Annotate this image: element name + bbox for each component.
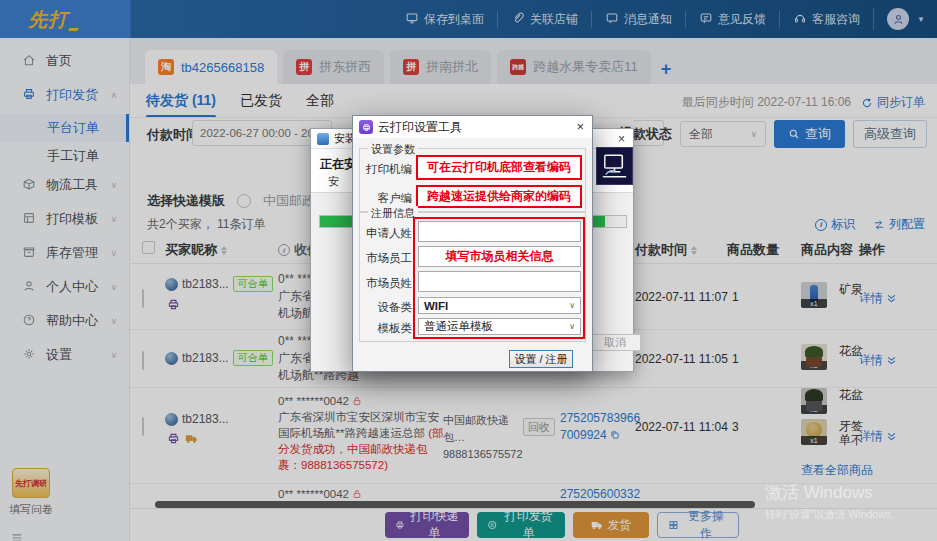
template-type-select[interactable]: 普通运单模板 ∨ bbox=[418, 318, 581, 335]
market-staff-input[interactable]: 填写市场员相关信息 bbox=[418, 246, 581, 267]
installer-app-icon bbox=[317, 133, 329, 145]
printer-code-label: 打印机编 bbox=[360, 162, 412, 177]
installer-close-icon[interactable]: × bbox=[618, 132, 625, 146]
modal-title: 云打印设置工具 bbox=[378, 119, 462, 136]
params-group: 设置参数 打印机编 可在云打印机底部查看编码 客户编 跨越速运提供给商家的编码 bbox=[359, 148, 586, 212]
customer-code-input[interactable]: 跨越速运提供给商家的编码 bbox=[418, 187, 580, 206]
annotation-box: 可在云打印机底部查看编码 bbox=[416, 155, 582, 180]
modal-titlebar: 云打印设置工具 × bbox=[353, 116, 592, 138]
template-type-value: 普通运单模板 bbox=[424, 319, 493, 334]
installer-substatus-text: 安 bbox=[328, 174, 339, 189]
applicant-name-label: 申请人姓 bbox=[360, 226, 412, 241]
register-group-label: 注册信息 bbox=[368, 206, 418, 221]
market-staff-label: 市场员工 bbox=[360, 251, 412, 266]
cloud-print-app-icon bbox=[359, 120, 373, 134]
printer-code-input[interactable]: 可在云打印机底部查看编码 bbox=[418, 157, 580, 178]
customer-code-label: 客户编 bbox=[360, 191, 412, 206]
template-type-label: 模板类 bbox=[360, 321, 412, 336]
register-group: 注册信息 申请人姓 市场员工 填写市场员相关信息 市场员姓 设备类 WIFI bbox=[359, 212, 586, 342]
setup-register-button[interactable]: 设置 / 注册 bbox=[509, 350, 573, 368]
modal-close-icon[interactable]: × bbox=[576, 119, 584, 134]
device-type-select[interactable]: WIFI ∨ bbox=[418, 297, 581, 314]
installer-cancel-button[interactable]: 取消 bbox=[589, 334, 641, 351]
applicant-name-input[interactable] bbox=[418, 221, 581, 242]
device-type-value: WIFI bbox=[424, 300, 448, 312]
cloud-print-setup-modal: 云打印设置工具 × 设置参数 打印机编 可在云打印机底部查看编码 客户编 跨越速… bbox=[352, 115, 593, 372]
chevron-down-icon: ∨ bbox=[569, 301, 575, 310]
market-staff-name-input[interactable] bbox=[418, 271, 581, 292]
market-staff-name-label: 市场员姓 bbox=[360, 276, 412, 291]
chevron-down-icon: ∨ bbox=[569, 322, 575, 331]
market-staff-hint: 填写市场员相关信息 bbox=[419, 247, 580, 266]
device-type-label: 设备类 bbox=[360, 300, 412, 315]
install-computer-icon bbox=[596, 147, 633, 185]
installer-status-text: 正在安 bbox=[320, 156, 356, 173]
annotation-box: 跨越速运提供给商家的编码 bbox=[416, 185, 582, 208]
app-screen: 先打 保存到桌面 关联店铺 消息通知 意见反馈 客服咨询 bbox=[0, 0, 937, 541]
